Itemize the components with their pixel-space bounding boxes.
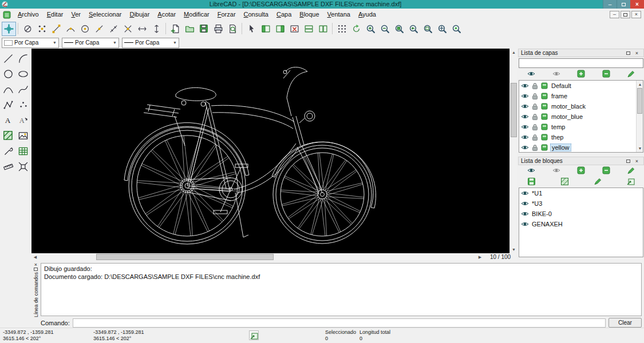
next-view-button[interactable] bbox=[273, 22, 287, 36]
draw-curve-button[interactable] bbox=[1, 82, 16, 97]
add-block-button[interactable] bbox=[577, 166, 585, 176]
layer-lock-icon[interactable] bbox=[531, 123, 539, 131]
layer-lock-icon[interactable] bbox=[531, 82, 539, 90]
draw-spline-button[interactable] bbox=[16, 82, 31, 97]
remove-layer-button[interactable] bbox=[602, 70, 610, 79]
pen-color-select[interactable]: Por Capa ▼ bbox=[2, 38, 59, 48]
draw-arc-button[interactable] bbox=[16, 51, 31, 66]
save-document-button[interactable] bbox=[197, 22, 211, 36]
canvas-horizontal-scrollbar[interactable]: ◀ ▶ 10 / 100 bbox=[31, 253, 517, 261]
scroll-up-icon[interactable]: ▲ bbox=[637, 81, 643, 88]
layer-print-icon[interactable] bbox=[540, 143, 548, 151]
explode-button[interactable] bbox=[16, 159, 31, 174]
close-panel-icon[interactable]: × bbox=[633, 157, 641, 165]
drawing-canvas[interactable] bbox=[31, 49, 509, 253]
menu-seleccionar[interactable]: Seleccionar bbox=[85, 9, 125, 21]
snap-on-entity-button[interactable] bbox=[64, 22, 78, 36]
layer-lock-icon[interactable] bbox=[531, 102, 539, 110]
zoom-pan-button[interactable] bbox=[435, 22, 449, 36]
show-all-blocks-button[interactable] bbox=[527, 166, 535, 176]
crosshair-tool-button[interactable] bbox=[2, 22, 16, 36]
selection-pointer-button[interactable] bbox=[244, 22, 259, 36]
draw-line-button[interactable] bbox=[1, 51, 16, 66]
layer-search-input[interactable] bbox=[519, 58, 643, 68]
hide-all-blocks-button[interactable] bbox=[552, 166, 560, 176]
rename-block-button[interactable] bbox=[627, 166, 635, 176]
layer-lock-icon[interactable] bbox=[531, 133, 539, 141]
close-panel-icon[interactable]: × bbox=[633, 49, 641, 57]
zoom-out-button[interactable] bbox=[378, 22, 392, 36]
layer-row[interactable]: motor_blue bbox=[519, 111, 643, 122]
draw-hatch-button[interactable] bbox=[1, 128, 16, 143]
menu-ver[interactable]: Ver bbox=[67, 9, 85, 21]
clear-button[interactable]: Clear bbox=[609, 318, 642, 328]
draw-circle-button[interactable] bbox=[1, 66, 16, 81]
layer-lock-icon[interactable] bbox=[531, 143, 539, 151]
menu-acotar[interactable]: Acotar bbox=[153, 9, 180, 21]
snap-free-button[interactable] bbox=[21, 22, 35, 36]
restrict-vertical-button[interactable] bbox=[149, 22, 164, 36]
block-visibility-icon[interactable] bbox=[521, 200, 529, 208]
add-layer-button[interactable] bbox=[577, 70, 585, 79]
menu-editar[interactable]: Editar bbox=[43, 9, 68, 21]
menu-capa[interactable]: Capa bbox=[272, 9, 295, 21]
layer-row[interactable]: frame bbox=[519, 91, 643, 101]
draw-point-button[interactable] bbox=[16, 97, 31, 112]
modify-tools-button[interactable] bbox=[1, 143, 16, 158]
open-document-button[interactable] bbox=[183, 22, 197, 36]
block-visibility-icon[interactable] bbox=[521, 210, 529, 218]
insert-block-button[interactable] bbox=[627, 177, 635, 186]
menu-hamburger-icon[interactable] bbox=[0, 9, 14, 21]
print-button[interactable] bbox=[211, 22, 226, 36]
menu-modificar[interactable]: Modificar bbox=[180, 9, 214, 21]
layer-row[interactable]: Default bbox=[519, 81, 643, 91]
float-dock-icon[interactable] bbox=[32, 268, 39, 271]
vertical-scroll-thumb[interactable] bbox=[511, 83, 517, 137]
command-input[interactable] bbox=[73, 318, 606, 328]
snap-grid-button[interactable] bbox=[35, 22, 49, 36]
layer-visibility-icon[interactable] bbox=[521, 133, 529, 141]
grid-toggle-button[interactable] bbox=[335, 22, 349, 36]
save-block-button[interactable] bbox=[527, 177, 535, 186]
scroll-down-icon[interactable]: ▼ bbox=[637, 145, 643, 152]
block-row[interactable]: GENAXEH bbox=[519, 219, 643, 229]
layer-visibility-icon[interactable] bbox=[521, 92, 529, 100]
print-preview-button[interactable] bbox=[226, 22, 240, 36]
hide-all-layers-button[interactable] bbox=[552, 70, 560, 79]
zoom-previous-button[interactable] bbox=[406, 22, 421, 36]
previous-view-button[interactable] bbox=[259, 22, 273, 36]
window-maximize-button[interactable] bbox=[617, 0, 630, 9]
draw-polyline-button[interactable] bbox=[1, 97, 16, 112]
block-row[interactable]: *U3 bbox=[519, 198, 643, 209]
menu-dibujar[interactable]: Dibujar bbox=[125, 9, 153, 21]
block-visibility-icon[interactable] bbox=[521, 189, 529, 197]
draw-text-button[interactable]: A bbox=[1, 113, 16, 127]
menu-forzar[interactable]: Forzar bbox=[214, 9, 240, 21]
layer-lock-icon[interactable] bbox=[531, 113, 539, 121]
menu-ayuda[interactable]: Ayuda bbox=[354, 9, 380, 21]
menu-consulta[interactable]: Consulta bbox=[240, 9, 272, 21]
draw-mtext-button[interactable]: A bbox=[16, 113, 31, 127]
layer-visibility-icon[interactable] bbox=[521, 82, 529, 90]
scroll-left-icon[interactable]: ◀ bbox=[31, 253, 39, 261]
layer-visibility-icon[interactable] bbox=[521, 113, 529, 121]
zoom-in-button[interactable] bbox=[364, 22, 378, 36]
close-view-button[interactable] bbox=[287, 22, 302, 36]
block-row[interactable]: *U1 bbox=[519, 188, 643, 198]
layer-row-selected[interactable]: yellow bbox=[519, 142, 643, 153]
block-visibility-icon[interactable] bbox=[521, 220, 529, 228]
zoom-window-button[interactable] bbox=[421, 22, 435, 36]
mdi-restore-button[interactable] bbox=[621, 11, 630, 18]
snap-center-button[interactable] bbox=[78, 22, 92, 36]
layer-visibility-icon[interactable] bbox=[521, 102, 529, 110]
measure-button[interactable] bbox=[1, 159, 16, 174]
zoom-selected-button[interactable] bbox=[449, 22, 464, 36]
scroll-up-icon[interactable]: ▲ bbox=[510, 49, 517, 56]
menu-ventana[interactable]: Ventana bbox=[323, 9, 354, 21]
snap-endpoint-button[interactable] bbox=[49, 22, 64, 36]
layer-print-icon[interactable] bbox=[540, 92, 548, 100]
block-row[interactable]: BIKE-0 bbox=[519, 209, 643, 219]
mdi-minimize-button[interactable]: – bbox=[610, 11, 619, 18]
statusbar-snap-indicator[interactable] bbox=[249, 330, 259, 340]
horizontal-scroll-thumb[interactable] bbox=[96, 254, 274, 260]
